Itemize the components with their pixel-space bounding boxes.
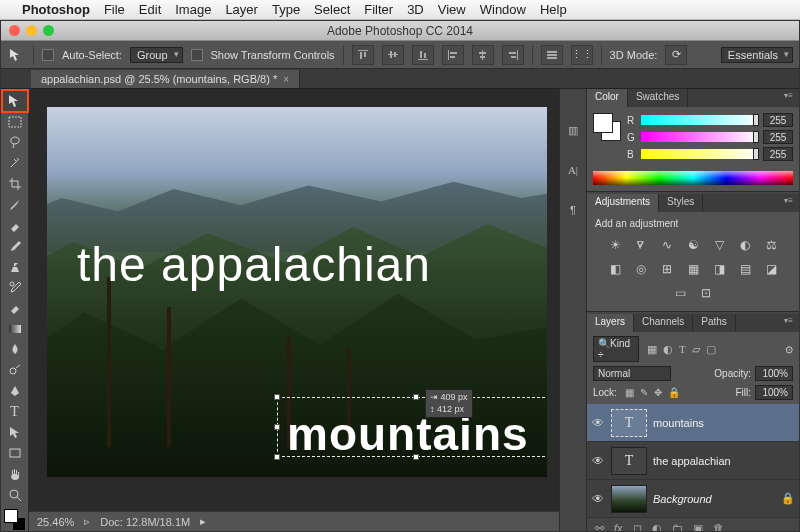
- link-layers-icon[interactable]: ⚯: [595, 522, 604, 532]
- color-lookup-icon[interactable]: ▦: [684, 261, 702, 277]
- marquee-tool[interactable]: [3, 112, 27, 132]
- panel-menu-icon[interactable]: ▾≡: [778, 314, 799, 332]
- character-panel-icon[interactable]: A|: [562, 159, 584, 181]
- layer-row[interactable]: 👁 Background 🔒: [587, 480, 799, 518]
- r-value[interactable]: 255: [763, 113, 793, 127]
- zoom-tool[interactable]: [3, 485, 27, 505]
- new-group-icon[interactable]: 🗀: [672, 522, 683, 531]
- exposure-icon[interactable]: ☯: [684, 237, 702, 253]
- menu-filter[interactable]: Filter: [364, 2, 393, 17]
- transform-handle[interactable]: [274, 424, 280, 430]
- g-value[interactable]: 255: [763, 130, 793, 144]
- lock-all-icon[interactable]: 🔒: [668, 387, 680, 398]
- panel-menu-icon[interactable]: ▾≡: [778, 194, 799, 212]
- lock-position-icon[interactable]: ✥: [654, 387, 662, 398]
- blur-tool[interactable]: [3, 340, 27, 360]
- delete-layer-icon[interactable]: 🗑: [713, 522, 724, 531]
- pen-tool[interactable]: [3, 381, 27, 401]
- 3d-orbit-icon[interactable]: ⟳: [665, 45, 687, 65]
- tab-swatches[interactable]: Swatches: [628, 89, 688, 107]
- menu-file[interactable]: File: [104, 2, 125, 17]
- photo-filter-icon[interactable]: ◎: [632, 261, 650, 277]
- filter-pixel-icon[interactable]: ▦: [647, 343, 657, 356]
- lasso-tool[interactable]: [3, 132, 27, 152]
- filter-adjustment-icon[interactable]: ◐: [663, 343, 673, 356]
- layer-name[interactable]: mountains: [653, 417, 704, 429]
- b-value[interactable]: 255: [763, 147, 793, 161]
- lock-transparency-icon[interactable]: ▦: [625, 387, 634, 398]
- workspace-dropdown[interactable]: Essentials: [721, 47, 793, 63]
- align-hcenter-icon[interactable]: [472, 45, 494, 65]
- eraser-tool[interactable]: [3, 298, 27, 318]
- history-panel-icon[interactable]: ▥: [562, 119, 584, 141]
- menu-window[interactable]: Window: [480, 2, 526, 17]
- opacity-field[interactable]: 100%: [755, 366, 793, 381]
- eyedropper-tool[interactable]: [3, 195, 27, 215]
- crop-tool[interactable]: [3, 174, 27, 194]
- document-canvas[interactable]: the appalachian mountains ⇥ 409 px ↕ 412…: [47, 107, 547, 477]
- blend-mode-dropdown[interactable]: Normal: [593, 366, 671, 381]
- color-swatches[interactable]: [4, 509, 26, 531]
- new-layer-icon[interactable]: ▣: [693, 522, 703, 532]
- fill-field[interactable]: 100%: [755, 385, 793, 400]
- filter-shape-icon[interactable]: ▱: [692, 343, 700, 356]
- type-tool[interactable]: T: [3, 402, 27, 422]
- path-selection-tool[interactable]: [3, 423, 27, 443]
- menu-type[interactable]: Type: [272, 2, 300, 17]
- align-vcenter-icon[interactable]: [382, 45, 404, 65]
- transform-handle[interactable]: [413, 394, 419, 400]
- transform-bounding-box[interactable]: [277, 397, 547, 457]
- close-tab-icon[interactable]: ×: [283, 74, 289, 85]
- show-transform-checkbox[interactable]: [191, 49, 203, 61]
- chevron-right-icon[interactable]: ▹: [84, 515, 90, 528]
- shape-tool[interactable]: [3, 443, 27, 463]
- auto-select-dropdown[interactable]: Group: [130, 47, 183, 63]
- move-tool[interactable]: [3, 91, 27, 111]
- document-tab[interactable]: appalachian.psd @ 25.5% (mountains, RGB/…: [31, 70, 300, 88]
- hue-icon[interactable]: ◐: [736, 237, 754, 253]
- channel-mixer-icon[interactable]: ⊞: [658, 261, 676, 277]
- layer-row[interactable]: 👁 T mountains: [587, 404, 799, 442]
- tab-channels[interactable]: Channels: [634, 314, 693, 332]
- r-slider[interactable]: [641, 115, 759, 125]
- tab-paths[interactable]: Paths: [693, 314, 736, 332]
- g-slider[interactable]: [641, 132, 759, 142]
- brightness-icon[interactable]: ☀: [606, 237, 624, 253]
- app-menu[interactable]: Photoshop: [22, 2, 90, 17]
- menu-edit[interactable]: Edit: [139, 2, 161, 17]
- close-button[interactable]: [9, 25, 20, 36]
- vibrance-icon[interactable]: ▽: [710, 237, 728, 253]
- menu-help[interactable]: Help: [540, 2, 567, 17]
- color-balance-icon[interactable]: ⚖: [762, 237, 780, 253]
- tab-color[interactable]: Color: [587, 89, 628, 107]
- layer-row[interactable]: 👁 T the appalachian: [587, 442, 799, 480]
- filter-type-icon[interactable]: T: [679, 343, 686, 356]
- align-left-icon[interactable]: [442, 45, 464, 65]
- layer-mask-icon[interactable]: ◻: [633, 522, 642, 532]
- healing-brush-tool[interactable]: [3, 215, 27, 235]
- gradient-map-icon[interactable]: ▭: [671, 285, 689, 301]
- layer-fx-icon[interactable]: fx: [614, 522, 623, 531]
- menu-select[interactable]: Select: [314, 2, 350, 17]
- zoom-button[interactable]: [43, 25, 54, 36]
- brush-tool[interactable]: [3, 236, 27, 256]
- clone-stamp-tool[interactable]: [3, 257, 27, 277]
- layer-name[interactable]: Background: [653, 493, 712, 505]
- foreground-background-swatch[interactable]: [593, 113, 621, 141]
- chevron-right-icon[interactable]: ▸: [200, 515, 206, 528]
- transform-handle[interactable]: [274, 454, 280, 460]
- selective-color-icon[interactable]: ⊡: [697, 285, 715, 301]
- levels-icon[interactable]: ⛛: [632, 237, 650, 253]
- lock-pixels-icon[interactable]: ✎: [640, 387, 648, 398]
- align-top-icon[interactable]: [352, 45, 374, 65]
- b-slider[interactable]: [641, 149, 759, 159]
- filter-toggle-icon[interactable]: ⊙: [785, 344, 793, 355]
- bw-icon[interactable]: ◧: [606, 261, 624, 277]
- move-tool-icon[interactable]: [7, 46, 25, 64]
- distribute-icon[interactable]: ⋮⋮: [571, 45, 593, 65]
- dodge-tool[interactable]: [3, 360, 27, 380]
- layer-filter-kind[interactable]: 🔍Kind ÷: [593, 336, 639, 362]
- menu-view[interactable]: View: [438, 2, 466, 17]
- layer-thumbnail[interactable]: T: [611, 409, 647, 437]
- menu-layer[interactable]: Layer: [225, 2, 258, 17]
